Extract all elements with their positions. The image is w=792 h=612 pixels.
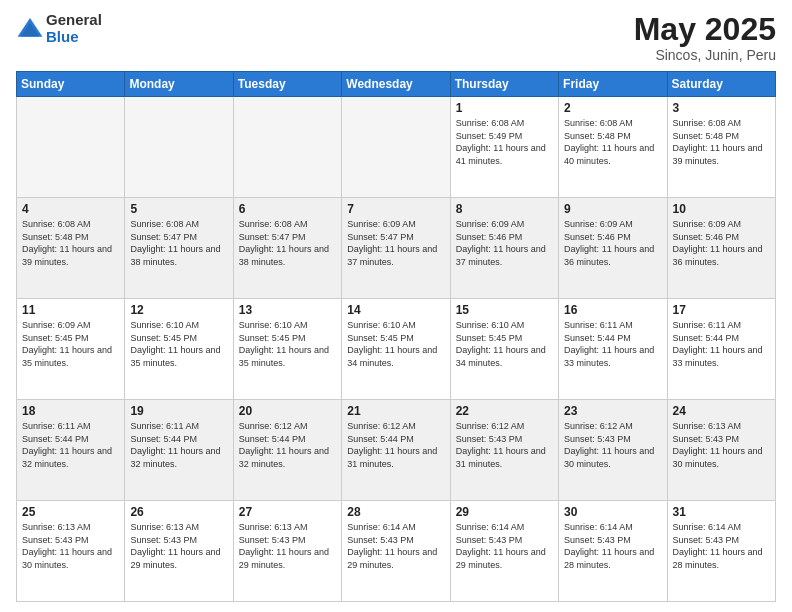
- title-block: May 2025 Sincos, Junin, Peru: [634, 12, 776, 63]
- day-number: 14: [347, 303, 444, 317]
- day-cell: 25Sunrise: 6:13 AM Sunset: 5:43 PM Dayli…: [17, 501, 125, 602]
- day-info: Sunrise: 6:10 AM Sunset: 5:45 PM Dayligh…: [130, 319, 227, 369]
- logo-text: General Blue: [46, 12, 102, 45]
- day-cell: 21Sunrise: 6:12 AM Sunset: 5:44 PM Dayli…: [342, 400, 450, 501]
- day-info: Sunrise: 6:13 AM Sunset: 5:43 PM Dayligh…: [130, 521, 227, 571]
- day-number: 28: [347, 505, 444, 519]
- header: General Blue May 2025 Sincos, Junin, Per…: [16, 12, 776, 63]
- day-cell: 17Sunrise: 6:11 AM Sunset: 5:44 PM Dayli…: [667, 299, 775, 400]
- calendar-table: SundayMondayTuesdayWednesdayThursdayFrid…: [16, 71, 776, 602]
- day-cell: 12Sunrise: 6:10 AM Sunset: 5:45 PM Dayli…: [125, 299, 233, 400]
- day-info: Sunrise: 6:14 AM Sunset: 5:43 PM Dayligh…: [673, 521, 770, 571]
- day-number: 22: [456, 404, 553, 418]
- day-cell: 26Sunrise: 6:13 AM Sunset: 5:43 PM Dayli…: [125, 501, 233, 602]
- logo: General Blue: [16, 12, 102, 45]
- day-cell: [342, 97, 450, 198]
- day-info: Sunrise: 6:08 AM Sunset: 5:47 PM Dayligh…: [239, 218, 336, 268]
- day-cell: 7Sunrise: 6:09 AM Sunset: 5:47 PM Daylig…: [342, 198, 450, 299]
- day-info: Sunrise: 6:09 AM Sunset: 5:46 PM Dayligh…: [673, 218, 770, 268]
- logo-blue-label: Blue: [46, 29, 102, 46]
- day-number: 25: [22, 505, 119, 519]
- day-info: Sunrise: 6:08 AM Sunset: 5:48 PM Dayligh…: [673, 117, 770, 167]
- day-cell: 5Sunrise: 6:08 AM Sunset: 5:47 PM Daylig…: [125, 198, 233, 299]
- day-number: 31: [673, 505, 770, 519]
- day-info: Sunrise: 6:13 AM Sunset: 5:43 PM Dayligh…: [673, 420, 770, 470]
- weekday-sunday: Sunday: [17, 72, 125, 97]
- week-row-2: 4Sunrise: 6:08 AM Sunset: 5:48 PM Daylig…: [17, 198, 776, 299]
- day-cell: 31Sunrise: 6:14 AM Sunset: 5:43 PM Dayli…: [667, 501, 775, 602]
- day-cell: 22Sunrise: 6:12 AM Sunset: 5:43 PM Dayli…: [450, 400, 558, 501]
- weekday-monday: Monday: [125, 72, 233, 97]
- day-info: Sunrise: 6:08 AM Sunset: 5:49 PM Dayligh…: [456, 117, 553, 167]
- day-info: Sunrise: 6:10 AM Sunset: 5:45 PM Dayligh…: [347, 319, 444, 369]
- weekday-friday: Friday: [559, 72, 667, 97]
- day-number: 10: [673, 202, 770, 216]
- day-number: 4: [22, 202, 119, 216]
- page: General Blue May 2025 Sincos, Junin, Per…: [0, 0, 792, 612]
- day-info: Sunrise: 6:11 AM Sunset: 5:44 PM Dayligh…: [22, 420, 119, 470]
- day-cell: 24Sunrise: 6:13 AM Sunset: 5:43 PM Dayli…: [667, 400, 775, 501]
- day-info: Sunrise: 6:09 AM Sunset: 5:45 PM Dayligh…: [22, 319, 119, 369]
- day-info: Sunrise: 6:10 AM Sunset: 5:45 PM Dayligh…: [239, 319, 336, 369]
- day-info: Sunrise: 6:12 AM Sunset: 5:43 PM Dayligh…: [456, 420, 553, 470]
- day-info: Sunrise: 6:14 AM Sunset: 5:43 PM Dayligh…: [347, 521, 444, 571]
- day-number: 23: [564, 404, 661, 418]
- day-cell: 19Sunrise: 6:11 AM Sunset: 5:44 PM Dayli…: [125, 400, 233, 501]
- logo-icon: [16, 15, 44, 43]
- day-cell: 9Sunrise: 6:09 AM Sunset: 5:46 PM Daylig…: [559, 198, 667, 299]
- day-number: 5: [130, 202, 227, 216]
- day-info: Sunrise: 6:09 AM Sunset: 5:46 PM Dayligh…: [456, 218, 553, 268]
- week-row-4: 18Sunrise: 6:11 AM Sunset: 5:44 PM Dayli…: [17, 400, 776, 501]
- day-number: 2: [564, 101, 661, 115]
- day-number: 6: [239, 202, 336, 216]
- day-number: 24: [673, 404, 770, 418]
- day-number: 17: [673, 303, 770, 317]
- day-number: 15: [456, 303, 553, 317]
- location-subtitle: Sincos, Junin, Peru: [634, 47, 776, 63]
- day-info: Sunrise: 6:08 AM Sunset: 5:48 PM Dayligh…: [564, 117, 661, 167]
- day-info: Sunrise: 6:09 AM Sunset: 5:47 PM Dayligh…: [347, 218, 444, 268]
- weekday-thursday: Thursday: [450, 72, 558, 97]
- day-number: 21: [347, 404, 444, 418]
- week-row-5: 25Sunrise: 6:13 AM Sunset: 5:43 PM Dayli…: [17, 501, 776, 602]
- day-cell: 15Sunrise: 6:10 AM Sunset: 5:45 PM Dayli…: [450, 299, 558, 400]
- day-cell: 16Sunrise: 6:11 AM Sunset: 5:44 PM Dayli…: [559, 299, 667, 400]
- day-number: 26: [130, 505, 227, 519]
- day-cell: 6Sunrise: 6:08 AM Sunset: 5:47 PM Daylig…: [233, 198, 341, 299]
- day-cell: 13Sunrise: 6:10 AM Sunset: 5:45 PM Dayli…: [233, 299, 341, 400]
- day-cell: 28Sunrise: 6:14 AM Sunset: 5:43 PM Dayli…: [342, 501, 450, 602]
- day-info: Sunrise: 6:12 AM Sunset: 5:44 PM Dayligh…: [347, 420, 444, 470]
- day-number: 12: [130, 303, 227, 317]
- day-cell: 29Sunrise: 6:14 AM Sunset: 5:43 PM Dayli…: [450, 501, 558, 602]
- day-cell: 4Sunrise: 6:08 AM Sunset: 5:48 PM Daylig…: [17, 198, 125, 299]
- day-number: 18: [22, 404, 119, 418]
- day-number: 20: [239, 404, 336, 418]
- weekday-wednesday: Wednesday: [342, 72, 450, 97]
- day-cell: 2Sunrise: 6:08 AM Sunset: 5:48 PM Daylig…: [559, 97, 667, 198]
- day-info: Sunrise: 6:12 AM Sunset: 5:44 PM Dayligh…: [239, 420, 336, 470]
- day-cell: [125, 97, 233, 198]
- day-cell: 14Sunrise: 6:10 AM Sunset: 5:45 PM Dayli…: [342, 299, 450, 400]
- day-number: 7: [347, 202, 444, 216]
- day-info: Sunrise: 6:11 AM Sunset: 5:44 PM Dayligh…: [673, 319, 770, 369]
- day-info: Sunrise: 6:12 AM Sunset: 5:43 PM Dayligh…: [564, 420, 661, 470]
- day-info: Sunrise: 6:09 AM Sunset: 5:46 PM Dayligh…: [564, 218, 661, 268]
- day-number: 19: [130, 404, 227, 418]
- day-info: Sunrise: 6:11 AM Sunset: 5:44 PM Dayligh…: [564, 319, 661, 369]
- day-number: 1: [456, 101, 553, 115]
- day-cell: [17, 97, 125, 198]
- day-number: 16: [564, 303, 661, 317]
- logo-general-label: General: [46, 12, 102, 29]
- day-cell: [233, 97, 341, 198]
- day-cell: 30Sunrise: 6:14 AM Sunset: 5:43 PM Dayli…: [559, 501, 667, 602]
- day-number: 29: [456, 505, 553, 519]
- day-cell: 3Sunrise: 6:08 AM Sunset: 5:48 PM Daylig…: [667, 97, 775, 198]
- day-cell: 11Sunrise: 6:09 AM Sunset: 5:45 PM Dayli…: [17, 299, 125, 400]
- weekday-tuesday: Tuesday: [233, 72, 341, 97]
- day-cell: 1Sunrise: 6:08 AM Sunset: 5:49 PM Daylig…: [450, 97, 558, 198]
- week-row-1: 1Sunrise: 6:08 AM Sunset: 5:49 PM Daylig…: [17, 97, 776, 198]
- day-info: Sunrise: 6:11 AM Sunset: 5:44 PM Dayligh…: [130, 420, 227, 470]
- day-info: Sunrise: 6:14 AM Sunset: 5:43 PM Dayligh…: [564, 521, 661, 571]
- day-info: Sunrise: 6:08 AM Sunset: 5:48 PM Dayligh…: [22, 218, 119, 268]
- day-info: Sunrise: 6:08 AM Sunset: 5:47 PM Dayligh…: [130, 218, 227, 268]
